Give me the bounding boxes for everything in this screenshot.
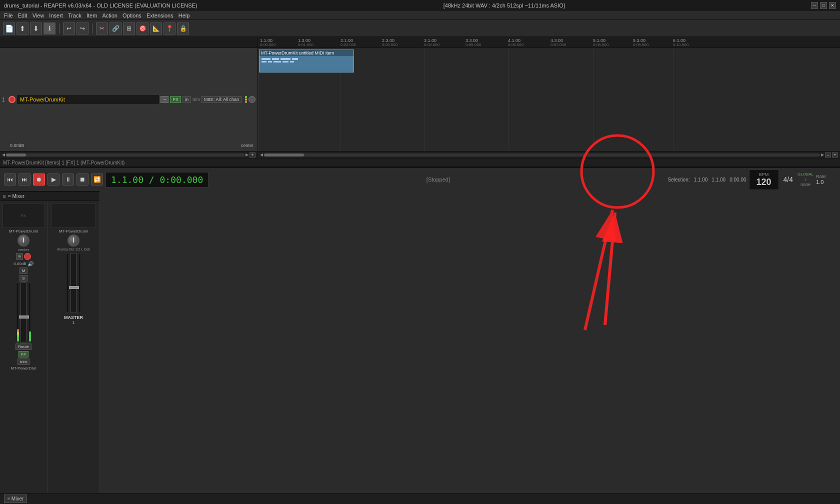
midi-item[interactable]: MT-PowerDrumKit untitled MIDI item [259, 50, 354, 72]
toolbar: 📄 ⬆ ⬇ ℹ ↩ ↪ ✂ 🔗 ⊞ 🎯 📐 📍 🔒 [0, 20, 840, 37]
separator-2 [92, 24, 92, 34]
track-vu-meters [245, 96, 247, 103]
bpm-display[interactable]: BPM 120 [749, 170, 779, 190]
minimize-button[interactable]: ─ [811, 2, 818, 9]
channel1-mute-btn[interactable]: M [20, 268, 28, 274]
toolbar-cut[interactable]: ✂ [96, 22, 108, 34]
channel1-fader[interactable] [20, 282, 26, 342]
track-number: 1 [2, 97, 7, 102]
mixer-tab-bar: ≡ = Mixer [0, 192, 100, 201]
mixer-section: ≡ = Mixer FX MT-PowerDrumt center in [0, 191, 100, 493]
track-fx-button[interactable]: FX [170, 96, 181, 103]
toolbar-snap[interactable]: 🎯 [136, 22, 148, 34]
grid-line-6 [673, 48, 674, 151]
transport-stop-btn[interactable]: ⏹ [76, 174, 88, 186]
menu-view[interactable]: View [30, 12, 46, 18]
transport-forward-btn[interactable]: ⏭ [18, 174, 30, 186]
mixer-tab-label[interactable]: = Mixer [8, 194, 24, 199]
toolbar-open[interactable]: ⬆ [16, 22, 28, 34]
track-timeline-section: 1.1.00 0:00.000 1.3.00 0:01.000 2.1.00 0… [0, 37, 840, 158]
timeline-zoom-btn[interactable]: − [825, 152, 831, 158]
toolbar-new[interactable]: 📄 [3, 22, 15, 34]
master-label: MT-PowerDruml [59, 229, 88, 234]
channel1-in-btn[interactable]: in [16, 253, 23, 260]
menu-options[interactable]: Options [120, 12, 144, 18]
master-vu-left [66, 253, 69, 313]
timeline-scroll-track[interactable] [264, 154, 820, 156]
master-number: 1 [72, 320, 74, 325]
toolbar-ruler[interactable]: 📐 [150, 22, 162, 34]
timeline-zoom-plus-btn[interactable]: + [832, 152, 838, 158]
toolbar-undo[interactable]: ↩ [63, 22, 75, 34]
bpm-label: BPM [754, 172, 774, 177]
transport-bar: ⏮ ⏭ ⏺ ▶ ⏸ ⏹ 🔁 1.1.00 / 0:00.000 [Stopped… [0, 167, 840, 191]
zoom-out-btn[interactable]: + [250, 152, 256, 158]
mixer-master-channel: MT-PowerDruml Analog Out 1/2 L Delt MAST… [48, 201, 100, 493]
menu-insert[interactable]: Insert [47, 12, 65, 18]
grid-line-4 [508, 48, 508, 151]
menu-bar: File Edit View Insert Track Item Action … [0, 11, 840, 20]
mixer-channels: FX MT-PowerDrumt center in 0.00dB 🔊 [0, 201, 100, 493]
channel1-trim-btn[interactable]: trim [18, 358, 29, 365]
scroll-left-btn[interactable]: ◀ [2, 152, 5, 157]
ruler: 1.1.00 0:00.000 1.3.00 0:01.000 2.1.00 0… [0, 37, 840, 48]
transport-loop-btn[interactable]: 🔁 [91, 174, 103, 186]
channel1-fx-area: FX [2, 203, 45, 228]
separator-1 [59, 24, 60, 34]
transport-rewind-btn[interactable]: ⏮ [4, 174, 16, 186]
menu-file[interactable]: File [2, 12, 15, 18]
track-trim-label: trim [192, 97, 200, 102]
toolbar-lock[interactable]: 🔒 [177, 22, 189, 34]
global-pitch-display: GLOBAL ♪ none [798, 172, 814, 187]
channel1-pan-knob[interactable] [18, 234, 30, 246]
track-record-button[interactable] [8, 96, 16, 103]
channel1-record-btn[interactable] [24, 253, 31, 260]
menu-item[interactable]: Item [84, 12, 99, 18]
channel1-fx-btn-bottom[interactable]: FX [18, 351, 28, 358]
timeline-scroll-btn-left[interactable]: ◀ [260, 152, 263, 157]
master-fx-area [51, 203, 96, 228]
scroll-bar-track[interactable] [6, 154, 244, 156]
track-name-field[interactable]: MT-PowerDrumKit [17, 95, 159, 104]
grid-line-3 [424, 48, 424, 151]
channel1-pan-label: center [18, 248, 29, 252]
track-midi-selector[interactable]: MIDI: All: All chan [202, 96, 242, 103]
status-bar: MT-PowerDrumKit [Items] 1 [FX] 1 (MT-Pow… [0, 158, 840, 167]
menu-track[interactable]: Track [66, 12, 84, 18]
title-bar: drums_tutorial - REAPER v6.03/x64 - OLD … [0, 0, 840, 11]
toolbar-save[interactable]: ⬇ [30, 22, 42, 34]
timeline-scroll-btn-right[interactable]: ▶ [821, 152, 824, 157]
master-fader[interactable] [70, 253, 76, 313]
mixer-tab-text: Mixer [12, 496, 24, 502]
master-pan-knob[interactable] [68, 234, 80, 246]
mixer-icon: ≡ [3, 194, 6, 199]
transport-record-btn[interactable]: ⏺ [33, 174, 45, 186]
toolbar-pencil[interactable]: 📍 [164, 22, 176, 34]
window-info-right: [48kHz 24bit WAV : 4/2ch 512spl ~11/11ms… [444, 2, 565, 8]
track-in-button[interactable]: in [182, 96, 191, 103]
channel1-route-btn[interactable]: Route [16, 344, 31, 350]
toolbar-link[interactable]: 🔗 [110, 22, 122, 34]
track-pan-display: center [241, 143, 254, 148]
menu-action[interactable]: Action [100, 12, 120, 18]
channel1-solo-btn[interactable]: S [20, 275, 27, 282]
toolbar-redo[interactable]: ↪ [76, 22, 88, 34]
mixer-tab-indicator[interactable]: ≡ Mixer [4, 494, 27, 503]
maximize-button[interactable]: □ [820, 2, 827, 9]
menu-extensions[interactable]: Extensions [144, 12, 176, 18]
menu-edit[interactable]: Edit [16, 12, 30, 18]
time-sig-display[interactable]: 4/4 [782, 176, 795, 184]
transport-play-btn[interactable]: ▶ [48, 174, 60, 186]
toolbar-info[interactable]: ℹ [44, 22, 56, 34]
track-pan-toggle[interactable] [248, 96, 256, 103]
close-button[interactable]: ✕ [829, 2, 836, 9]
menu-help[interactable]: Help [176, 12, 192, 18]
scroll-right-btn[interactable]: ▶ [246, 152, 248, 157]
toolbar-grid[interactable]: ⊞ [123, 22, 135, 34]
app-container: drums_tutorial - REAPER v6.03/x64 - OLD … [0, 0, 840, 504]
position-display[interactable]: 1.1.00 / 0:00.000 [106, 172, 208, 188]
stopped-label: [Stopped] [211, 176, 665, 182]
midi-item-title: MT-PowerDrumKit untitled MIDI item [260, 50, 354, 56]
transport-pause-btn[interactable]: ⏸ [62, 174, 74, 186]
master-name: MASTER [64, 315, 83, 320]
